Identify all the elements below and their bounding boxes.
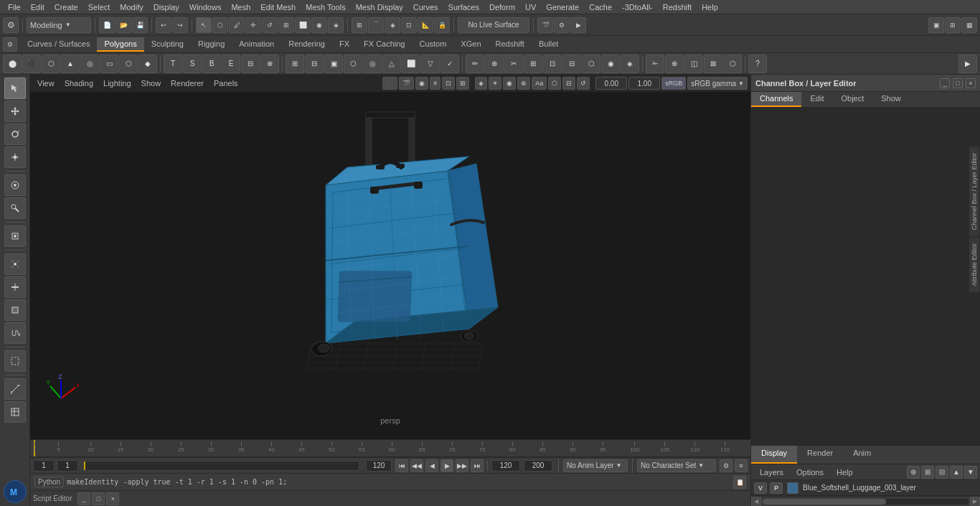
anim-layer-dropdown[interactable]: No Anim Layer ▼ xyxy=(563,459,628,472)
shelf-tab-rigging[interactable]: Rigging xyxy=(191,37,232,52)
open-btn[interactable]: 📂 xyxy=(116,17,131,33)
shelf-tab-fxcaching[interactable]: FX Caching xyxy=(357,37,412,52)
last-tool-btn[interactable]: ◈ xyxy=(328,17,344,33)
torus-icon[interactable]: ◎ xyxy=(80,55,99,73)
object-set[interactable] xyxy=(4,401,26,423)
component-mode-edge[interactable] xyxy=(4,276,26,298)
layer-color[interactable] xyxy=(787,482,798,494)
vp-refresh-btn[interactable]: ↺ xyxy=(577,77,590,90)
menu-deform[interactable]: Deform xyxy=(484,1,520,13)
menu-mesh[interactable]: Mesh xyxy=(226,1,255,13)
vp-film-btn[interactable]: 🎬 xyxy=(399,77,414,90)
layer-remove-btn[interactable]: ⊟ xyxy=(936,466,948,479)
connect-icon[interactable]: ⊟ xyxy=(562,55,581,73)
remesh-icon[interactable]: ⬡ xyxy=(723,55,742,73)
render-region[interactable] xyxy=(4,350,26,372)
snap-grid-btn[interactable]: ⊞ xyxy=(352,17,367,33)
boolean-icon[interactable]: ⊠ xyxy=(704,55,722,73)
paint-weights[interactable] xyxy=(4,197,26,219)
triangulate-icon[interactable]: △ xyxy=(382,55,401,73)
show-manip[interactable] xyxy=(4,225,26,247)
render-settings-btn[interactable]: ⚙ xyxy=(554,17,570,33)
go-end-btn[interactable]: ⏭ xyxy=(471,459,484,472)
vp-zoom-input[interactable] xyxy=(628,77,660,90)
channel-box-vtab[interactable]: Channel Box / Layer Editor xyxy=(969,146,980,237)
move-tool[interactable] xyxy=(4,100,26,122)
viewport[interactable]: View Shading Lighting Show Renderer Pane… xyxy=(30,75,750,439)
dst-options[interactable]: Options xyxy=(791,467,829,478)
go-start-btn[interactable]: ⏮ xyxy=(395,459,408,472)
menu-uv[interactable]: UV xyxy=(520,1,541,13)
vp-manip-btn[interactable]: ⊞ xyxy=(456,77,469,90)
time-slider[interactable] xyxy=(83,461,359,471)
platonic-icon[interactable]: ◆ xyxy=(138,55,157,73)
step-back-btn[interactable]: ◀◀ xyxy=(410,459,423,472)
rotate-btn[interactable]: ↺ xyxy=(262,17,278,33)
combine-icon[interactable]: ⊞ xyxy=(286,55,304,73)
mirror-icon[interactable]: ◫ xyxy=(684,55,703,73)
shelf-tab-rendering[interactable]: Rendering xyxy=(281,37,332,52)
universal-manipulator-btn[interactable]: ⬜ xyxy=(295,17,311,33)
offset-icon[interactable]: ⊡ xyxy=(543,55,562,73)
anim-extra-btn[interactable]: ≡ xyxy=(735,459,748,472)
shelf-menu-btn[interactable]: ⚙ xyxy=(3,37,17,52)
maximize-btn[interactable]: □ xyxy=(92,492,105,505)
play-btn[interactable]: ▶ xyxy=(440,459,453,472)
rotate-tool[interactable] xyxy=(4,123,26,145)
poke-icon[interactable]: ◉ xyxy=(601,55,620,73)
vp-cam-btn[interactable]: 🎥 xyxy=(382,77,397,90)
layer-up-btn[interactable]: ▲ xyxy=(950,466,963,479)
vp-menu-lighting[interactable]: Lighting xyxy=(99,78,136,89)
disc-icon[interactable]: ⬡ xyxy=(119,55,138,73)
python-label[interactable]: Python xyxy=(34,477,64,487)
vp-track-btn[interactable]: ◉ xyxy=(415,77,428,90)
layout-single-btn[interactable]: ▣ xyxy=(928,17,944,33)
total-field[interactable] xyxy=(524,460,552,472)
snap-curve-btn[interactable]: ⌒ xyxy=(368,17,384,33)
shelf-tab-polygons[interactable]: Polygons xyxy=(97,37,143,52)
dt-tab-display[interactable]: Display xyxy=(751,446,797,464)
wedge-icon[interactable]: ◈ xyxy=(621,55,639,73)
layer-vis-p[interactable]: P xyxy=(770,482,783,494)
menu-display[interactable]: Display xyxy=(149,1,184,13)
vp-colorspace-dropdown[interactable]: sRGB gamma ▼ xyxy=(687,77,748,90)
snap-point-btn[interactable]: ◈ xyxy=(385,17,400,33)
measure-tool[interactable] xyxy=(4,378,26,400)
vp-pan-input[interactable] xyxy=(595,77,627,90)
multi-cut-icon[interactable]: ✁ xyxy=(646,55,664,73)
vp-menu-panels[interactable]: Panels xyxy=(209,78,242,89)
dt-tab-anim[interactable]: Anim xyxy=(843,446,881,464)
char-set-dropdown[interactable]: No Character Set ▼ xyxy=(637,459,716,472)
settings-btn[interactable]: ⚙ xyxy=(3,17,19,33)
quadrangulate-icon[interactable]: ⬜ xyxy=(402,55,420,73)
vp-lighting-btn[interactable]: ☀ xyxy=(489,77,501,90)
select-tool[interactable] xyxy=(4,78,26,99)
range-end-field[interactable] xyxy=(366,460,392,472)
cut-icon[interactable]: ✂ xyxy=(504,55,523,73)
mode-dropdown[interactable]: Modeling ▼ xyxy=(27,17,91,33)
pen-icon[interactable]: ✏ xyxy=(466,55,484,73)
redo-btn[interactable]: ↪ xyxy=(172,17,188,33)
new-btn[interactable]: 📄 xyxy=(99,17,115,33)
menu-select[interactable]: Select xyxy=(83,1,116,13)
dst-layers[interactable]: Layers xyxy=(754,467,789,478)
vp-srgb-indicator[interactable]: sRGB xyxy=(661,77,686,90)
current-frame-field[interactable] xyxy=(33,460,55,472)
vp-menu-shading[interactable]: Shading xyxy=(60,78,98,89)
dt-tab-render[interactable]: Render xyxy=(797,446,843,464)
menu-edit[interactable]: Edit xyxy=(26,1,50,13)
paint-select-btn[interactable]: 🖊 xyxy=(229,17,245,33)
next-frame-btn[interactable]: ▶▶ xyxy=(456,459,468,472)
vp-menu-view[interactable]: View xyxy=(33,78,59,89)
component-mode-uv[interactable]: UV xyxy=(4,322,26,344)
cb-close-btn[interactable]: × xyxy=(966,78,976,88)
lasso-btn[interactable]: ⬡ xyxy=(212,17,228,33)
sb-thumb[interactable] xyxy=(763,499,886,505)
undo-btn[interactable]: ↩ xyxy=(156,17,171,33)
vp-menu-renderer[interactable]: Renderer xyxy=(166,78,208,89)
anim-end-field[interactable] xyxy=(491,460,520,472)
menu-file[interactable]: File xyxy=(3,1,26,13)
vp-aa-btn[interactable]: Aa xyxy=(532,77,547,90)
scale-tool[interactable] xyxy=(4,146,26,168)
vp-ao-btn[interactable]: ⊕ xyxy=(517,77,530,90)
